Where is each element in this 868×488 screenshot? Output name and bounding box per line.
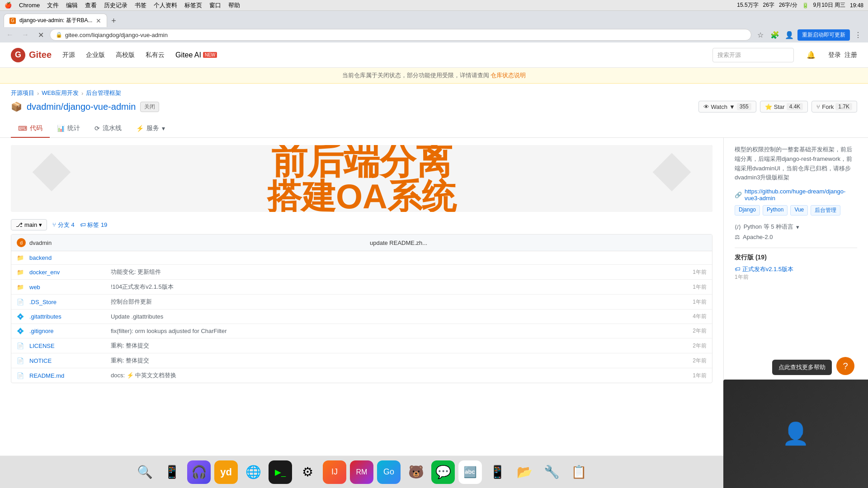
app-menu-file[interactable]: 文件 — [47, 1, 59, 9]
gitee-logo[interactable]: G Gitee — [11, 48, 52, 62]
star-button[interactable]: ⭐ Star 4.4K — [760, 101, 808, 113]
file-row-license[interactable]: 📄 LICENSE 重构: 整体提交 2年前 — [11, 338, 712, 353]
file-row-ds-store[interactable]: 📄 .DS_Store 控制台部件更新 1年前 — [11, 295, 712, 310]
app-menu-view[interactable]: 查看 — [85, 1, 97, 9]
breadcrumb-web-dev[interactable]: WEB应用开发 — [42, 89, 79, 97]
app-menu-window[interactable]: 窗口 — [209, 1, 221, 9]
lang-chevron[interactable]: ▾ — [796, 224, 799, 230]
nav-open-source[interactable]: 开源 — [62, 51, 75, 59]
latest-release-link[interactable]: 🏷 正式发布v2.1.5版本 — [735, 265, 857, 273]
dock-files[interactable]: 📂 — [513, 460, 536, 484]
register-button[interactable]: 注册 — [844, 51, 857, 59]
reload-button[interactable]: ✕ — [34, 28, 47, 41]
chat-fab-button[interactable]: ? — [836, 357, 854, 375]
breadcrumb-open-source[interactable]: 开源项目 — [11, 89, 34, 97]
dock-finder[interactable]: 🔍 — [133, 460, 156, 484]
dock-wechat[interactable]: 💬 — [431, 460, 455, 484]
dock-intellij[interactable]: IJ — [323, 460, 346, 484]
gitee-search[interactable]: 搜索开源 — [712, 48, 794, 62]
repo-link-text[interactable]: https://github.com/huge-dream/django-vue… — [745, 188, 857, 202]
file-name-gitattributes[interactable]: .gitattributes — [29, 313, 111, 320]
file-row-docker-env[interactable]: 📁 docker_env 功能变化: 更新组件 1年前 — [11, 265, 712, 280]
app-menu-history[interactable]: 历史记录 — [104, 1, 127, 9]
login-button[interactable]: 登录 — [828, 51, 841, 59]
dock-rubymine[interactable]: RM — [350, 460, 373, 484]
chat-help-bubble[interactable]: 点此查找更多帮助 — [772, 360, 832, 375]
tag-admin[interactable]: 后台管理 — [811, 205, 840, 216]
right-sidebar: 模型的权限控制的一整套基础开发框架，前后端分离，后端采用django-rest-… — [723, 138, 868, 383]
fork-button[interactable]: ⑂ Fork 1.7K — [811, 101, 857, 113]
file-row-readme[interactable]: 📄 README.md docs: ⚡ 中英文文档替换 1年前 — [11, 368, 712, 383]
dock-notes[interactable]: 📋 — [567, 460, 590, 484]
tab-stats[interactable]: 📊 统计 — [50, 120, 87, 138]
dock-chrome[interactable]: 🌐 — [241, 460, 265, 484]
dock-launchpad[interactable]: 📱 — [160, 460, 184, 484]
tab-close-icon[interactable]: ✕ — [96, 17, 101, 24]
watch-button[interactable]: 👁 Watch ▼ 355 — [698, 101, 756, 113]
back-button[interactable]: ← — [4, 28, 16, 41]
file-row-notice[interactable]: 📄 NOTICE 重构: 整体提交 2年前 — [11, 353, 712, 368]
app-menu-help[interactable]: 帮助 — [228, 1, 240, 9]
tab-service[interactable]: ⚡ 服务 ▾ — [129, 120, 172, 138]
app-menu-bookmarks[interactable]: 书签 — [135, 1, 146, 9]
menu-icon[interactable]: ⋮ — [852, 28, 864, 41]
dock-typora[interactable]: 🔤 — [458, 460, 482, 484]
tag-python[interactable]: Python — [763, 205, 788, 216]
file-row-gitignore[interactable]: 💠 .gitignore fix(filter): orm lookups ad… — [11, 324, 712, 338]
breadcrumb-sep-2: › — [81, 90, 83, 97]
notification-icon[interactable]: 🔔 — [805, 49, 817, 61]
bookmark-icon[interactable]: ☆ — [754, 28, 767, 41]
dock-bear[interactable]: 🐻 — [404, 460, 428, 484]
tab-pipeline[interactable]: ⟳ 流水线 — [87, 120, 129, 138]
nav-ai[interactable]: Gitee AI NEW — [175, 51, 217, 59]
tab-code[interactable]: ⌨ 代码 — [11, 120, 50, 138]
file-name-ds-store[interactable]: .DS_Store — [29, 299, 111, 305]
active-tab[interactable]: G django-vue-admin: 基于RBA... ✕ — [4, 14, 107, 27]
dock-yd[interactable]: yd — [214, 460, 238, 484]
dock-ios-sim[interactable]: 📱 — [486, 460, 509, 484]
repo-github-link[interactable]: 🔗 https://github.com/huge-dream/django-v… — [735, 188, 857, 202]
nav-university[interactable]: 高校版 — [116, 51, 135, 59]
warning-link[interactable]: 仓库状态说明 — [491, 72, 526, 79]
breadcrumb: 开源项目 › WEB应用开发 › 后台管理框架 — [0, 84, 868, 101]
forward-button[interactable]: → — [19, 28, 32, 41]
breadcrumb-admin-framework[interactable]: 后台管理框架 — [86, 89, 121, 97]
file-name-license[interactable]: LICENSE — [29, 343, 111, 349]
file-name-web[interactable]: web — [29, 284, 111, 291]
branch-icon: ⎇ — [16, 221, 23, 228]
mac-menubar: 🍎 Chrome 文件 编辑 查看 历史记录 书签 个人资料 标签页 窗口 帮助… — [0, 0, 868, 11]
profile-icon[interactable]: 👤 — [783, 28, 796, 41]
tag-vue[interactable]: Vue — [790, 205, 808, 216]
extensions-icon[interactable]: 🧩 — [769, 28, 781, 41]
branch-selector[interactable]: ⎇ main ▾ — [11, 219, 47, 230]
tag-django[interactable]: Django — [735, 205, 760, 216]
app-menu-chrome[interactable]: Chrome — [19, 2, 40, 9]
app-menu-tabs[interactable]: 标签页 — [184, 1, 202, 9]
file-time-docker-env: 1年前 — [679, 268, 707, 276]
nav-enterprise[interactable]: 企业版 — [86, 51, 105, 59]
file-name-gitignore[interactable]: .gitignore — [29, 328, 111, 334]
dock-goland[interactable]: Go — [377, 460, 401, 484]
dock-tools[interactable]: 🔧 — [540, 460, 563, 484]
new-tab-button[interactable]: + — [107, 14, 120, 27]
dock-settings[interactable]: 🎧 — [187, 460, 211, 484]
tag-count-link[interactable]: 🏷 标签 19 — [80, 221, 108, 228]
app-menu-profile[interactable]: 个人资料 — [154, 1, 177, 9]
dock: 🔍 📱 🎧 yd 🌐 ▶_ ⚙ IJ RM Go 🐻 💬 🔤 📱 📂 🔧 📋 — [0, 455, 723, 488]
file-name-backend[interactable]: backend — [29, 254, 111, 261]
file-row-web[interactable]: 📁 web !104正式发布v2.1.5版本 1年前 — [11, 280, 712, 295]
dock-vscode[interactable]: ⚙ — [296, 460, 319, 484]
file-row-gitattributes[interactable]: 💠 .gitattributes Update .gitattributes 4… — [11, 310, 712, 324]
repo-name[interactable]: dvadmin/django-vue-admin — [27, 102, 136, 112]
file-row-backend[interactable]: 📁 backend — [11, 251, 712, 265]
address-bar[interactable]: 🔒 gitee.com/liqiangdog/django-vue-admin — [50, 29, 751, 41]
app-menu-edit[interactable]: 编辑 — [66, 1, 78, 9]
update-button[interactable]: 重新启动即可更新 — [797, 29, 850, 41]
apple-menu[interactable]: 🍎 — [5, 2, 12, 9]
file-name-readme[interactable]: README.md — [29, 372, 111, 379]
file-name-notice[interactable]: NOTICE — [29, 357, 111, 364]
dock-terminal[interactable]: ▶_ — [269, 460, 292, 484]
nav-private[interactable]: 私有云 — [146, 51, 165, 59]
file-name-docker-env[interactable]: docker_env — [29, 269, 111, 276]
branch-count-link[interactable]: ⑂ 分支 4 — [52, 221, 74, 228]
